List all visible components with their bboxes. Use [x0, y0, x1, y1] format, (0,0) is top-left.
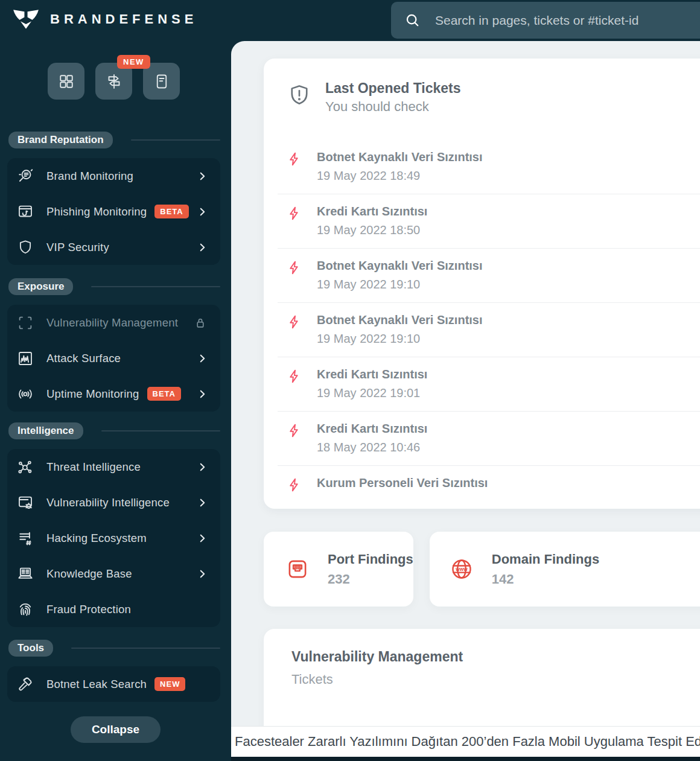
ticket-title: Kredi Kartı Sızıntısı	[317, 421, 427, 436]
sidebar-item[interactable]: Vulnerability Intelligence	[7, 485, 220, 520]
news-ticker[interactable]: Facestealer Zararlı Yazılımını Dağıtan 2…	[231, 727, 700, 757]
sidebar-item-label: Uptime Monitoring	[46, 387, 139, 401]
sidebar-item[interactable]: Botnet Leak Search NEW	[7, 666, 220, 702]
botnet-leak-search-icon	[16, 675, 34, 693]
vulnerability-management-icon	[16, 314, 34, 332]
sidebar-item[interactable]: Knowledge Base	[7, 556, 220, 591]
brand-name: BRANDEFENSE	[50, 11, 197, 27]
sidebar: NEW Brand Reputation Brand Monitoring	[0, 41, 231, 761]
section-panel-intelligence: Threat Intelligence Vulnerability Intell…	[7, 449, 220, 627]
bolt-icon	[286, 477, 302, 493]
sidebar-item[interactable]: VIP Security	[7, 229, 220, 265]
threat-intelligence-icon	[16, 458, 34, 476]
sidebar-item-label: Hacking Ecosystem	[46, 532, 147, 545]
ticket-title: Botnet Kaynaklı Veri Sızıntısı	[317, 313, 483, 327]
ticket-date: 18 May 2022 10:46	[317, 440, 427, 454]
ticket-date: 19 May 2022 19:10	[317, 277, 483, 291]
ticket-row[interactable]: Kredi Kartı Sızıntısı 19 May 2022 19:01	[278, 357, 700, 412]
ticket-date: 19 May 2022 19:01	[317, 386, 427, 400]
sidebar-item-label: Vulnerability Management	[46, 316, 178, 330]
knowledge-base-icon	[16, 565, 34, 583]
sidebar-item[interactable]: Uptime Monitoring BETA	[7, 376, 220, 412]
brand-logo[interactable]: BRANDEFENSE	[12, 8, 197, 31]
sidebar-item-label: Threat Intelligence	[46, 460, 141, 474]
section-label: Exposure	[8, 278, 73, 295]
section-panel-brand-reputation: Brand Monitoring Phishing Monitoring BET…	[7, 158, 220, 265]
section-header-brand-reputation: Brand Reputation	[8, 132, 220, 148]
section-divider	[91, 286, 220, 287]
ticket-row[interactable]: Kredi Kartı Sızıntısı 19 May 2022 18:50	[278, 194, 700, 249]
chevron-right-icon	[196, 461, 208, 473]
ticket-list: Botnet Kaynaklı Veri Sızıntısı 19 May 20…	[278, 140, 700, 504]
card-subtitle: Tickets	[291, 672, 700, 687]
card-title: Vulnerability Management	[291, 649, 700, 665]
lock-icon	[192, 315, 208, 331]
sidebar-item[interactable]: Hacking Ecosystem	[7, 520, 220, 556]
sidebar-item-label: Knowledge Base	[46, 567, 132, 581]
sidebar-item[interactable]: Brand Monitoring	[7, 158, 220, 194]
section-header-intelligence: Intelligence	[8, 422, 220, 439]
sidebar-item-label: Fraud Protection	[46, 603, 131, 616]
stat-value: 142	[492, 572, 599, 587]
beta-badge: BETA	[147, 387, 181, 401]
global-search	[391, 2, 700, 39]
chevron-right-icon	[196, 497, 208, 509]
ticket-row[interactable]: Kurum Personeli Veri Sızıntısı	[278, 466, 700, 504]
ticket-date: 19 May 2022 18:49	[317, 168, 483, 183]
signpost-icon	[105, 72, 123, 91]
ticket-title: Botnet Kaynaklı Veri Sızıntısı	[317, 258, 483, 273]
stat-card[interactable]: Port Findings 232	[264, 532, 413, 607]
chevron-right-icon	[196, 352, 208, 365]
grid-icon	[57, 72, 75, 91]
ticket-row[interactable]: Botnet Kaynaklı Veri Sızıntısı 19 May 20…	[278, 249, 700, 303]
hacking-ecosystem-icon	[16, 529, 34, 547]
search-icon	[404, 12, 421, 28]
search-input[interactable]	[435, 13, 700, 28]
ticket-title: Kurum Personeli Veri Sızıntısı	[317, 476, 488, 490]
section-divider	[71, 648, 220, 649]
sidebar-item-label: Brand Monitoring	[46, 170, 133, 183]
ticket-date: 19 May 2022 19:10	[317, 331, 483, 346]
bolt-icon	[286, 422, 302, 439]
collapse-sidebar-button[interactable]: Collapse	[71, 716, 161, 743]
chevron-right-icon	[196, 170, 208, 182]
sidebar-item[interactable]: Fraud Protection	[7, 591, 220, 627]
quick-actions: NEW	[48, 63, 231, 100]
domain-icon: www	[449, 556, 474, 582]
ticket-title: Kredi Kartı Sızıntısı	[317, 204, 427, 218]
sidebar-item[interactable]: Attack Surface	[7, 340, 220, 376]
sidebar-item-label: Vulnerability Intelligence	[46, 496, 170, 509]
sidebar-item-label: Botnet Leak Search	[46, 678, 147, 691]
section-panel-tools: Botnet Leak Search NEW	[7, 666, 220, 702]
section-header-exposure: Exposure	[8, 278, 220, 295]
sidebar-item-label: Phishing Monitoring	[46, 205, 147, 218]
ticket-row[interactable]: Botnet Kaynaklı Veri Sızıntısı 19 May 20…	[278, 303, 700, 357]
stat-value: 232	[328, 572, 413, 587]
sidebar-item[interactable]: Phishing Monitoring BETA	[7, 194, 220, 229]
sidebar-item-label: VIP Security	[46, 241, 109, 254]
ticket-row[interactable]: Kredi Kartı Sızıntısı 18 May 2022 10:46	[278, 412, 700, 466]
bolt-icon	[286, 260, 302, 276]
section-label: Brand Reputation	[8, 132, 113, 148]
brand-monitoring-icon	[16, 167, 34, 185]
ticket-row[interactable]: Botnet Kaynaklı Veri Sızıntısı 19 May 20…	[278, 140, 700, 194]
section-label: Tools	[8, 640, 53, 657]
sidebar-item[interactable]: Vulnerability Management	[7, 305, 220, 340]
ticket-title: Kredi Kartı Sızıntısı	[317, 367, 427, 381]
port-icon	[285, 556, 310, 582]
stats-row: Port Findings 232 www Domain Findings 14…	[264, 532, 700, 607]
beta-badge: BETA	[154, 205, 188, 218]
ticker-text: Facestealer Zararlı Yazılımını Dağıtan 2…	[235, 734, 700, 750]
sidebar-item[interactable]: Threat Intelligence	[7, 449, 220, 485]
section-divider	[101, 430, 220, 431]
vulnerability-intelligence-icon	[16, 494, 34, 512]
chevron-right-icon	[196, 532, 208, 544]
stat-title: Port Findings	[328, 552, 413, 567]
new-badge: NEW	[154, 677, 185, 691]
section-divider	[131, 139, 220, 141]
section-panel-exposure: Vulnerability Management Attack Surface …	[7, 305, 220, 412]
quick-action-button[interactable]	[143, 63, 180, 100]
quick-action-button[interactable]: NEW	[95, 63, 132, 100]
quick-action-button[interactable]	[48, 63, 84, 100]
stat-card[interactable]: www Domain Findings 142	[430, 532, 700, 607]
